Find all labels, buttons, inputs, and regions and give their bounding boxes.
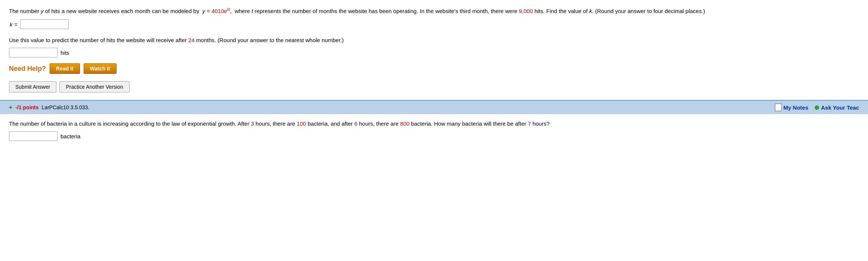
points-section: + -/1 points LarPCalc10 3.5.033. [9,104,89,111]
k-input-row: k = [10,19,859,29]
k-label: k = [10,21,17,28]
hits-input[interactable] [9,48,58,57]
problem1-text: The number y of hits a new website recei… [9,7,859,16]
points-text: -/1 points [15,104,38,110]
hits-input-row: hits [9,48,859,57]
hours3-value: 7 [528,120,531,127]
bacteria-label: bacteria [61,133,80,139]
divider-bar: + -/1 points LarPCalc10 3.5.033. My Note… [0,100,868,114]
bacteria2-value: 800 [400,120,409,127]
my-notes-label: My Notes [784,104,809,111]
k-input[interactable] [20,19,69,29]
read-it-button[interactable]: Read It [50,63,80,74]
months-value: 24 [188,37,195,43]
practice-another-version-button[interactable]: Practice Another Version [59,81,129,92]
bacteria-input[interactable] [9,131,58,141]
bacteria1-value: 100 [297,120,306,127]
problem2-text: The number of bacteria in a culture is i… [9,119,859,128]
bacteria-answer-row: bacteria [9,131,859,141]
main-content: The number y of hits a new website recei… [0,0,868,96]
need-help-row: Need Help? Read It Watch It [9,63,859,74]
watch-it-button[interactable]: Watch It [84,63,117,74]
my-notes-button[interactable]: My Notes [775,104,809,111]
problem2-section: The number of bacteria in a culture is i… [0,114,868,145]
ask-teacher-button[interactable]: ⊕ Ask Your Teac [814,104,859,111]
note-icon [775,104,782,111]
problem-id: LarPCalc10 3.5.033. [42,104,90,110]
submit-answer-button[interactable]: Submit Answer [9,81,56,92]
plus-icon: + [9,104,12,111]
ask-teacher-label: Ask Your Teac [821,104,859,111]
action-row: Submit Answer Practice Another Version [9,81,859,92]
need-help-label: Need Help? [9,65,46,73]
hours1-value: 3 [251,120,254,127]
plus-circle-icon: ⊕ [814,104,819,111]
second-problem-text: Use this value to predict the number of … [9,36,859,45]
hours2-value: 6 [354,120,357,127]
hits-value: 9,000 [519,8,533,14]
right-section: My Notes ⊕ Ask Your Teac [775,104,859,111]
hits-label: hits [61,50,69,56]
problem1-intro: The number y of hits a new website recei… [9,8,705,14]
